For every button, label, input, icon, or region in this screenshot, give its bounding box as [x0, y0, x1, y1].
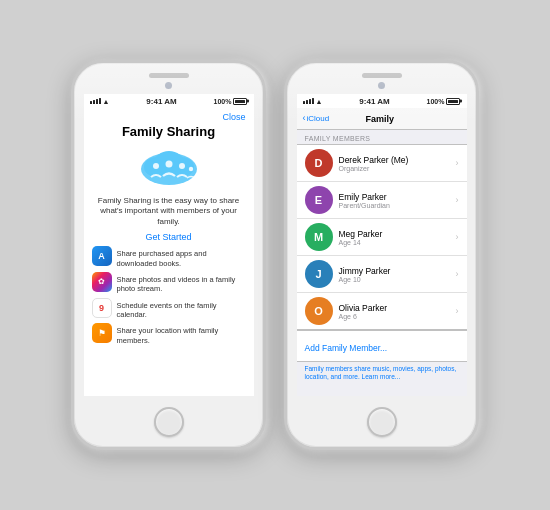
feature-item-location: ⚑ Share your location with family member… [92, 323, 246, 345]
learn-more-link[interactable]: Learn more... [362, 373, 401, 380]
chevron-right-icon-olivia: › [456, 306, 459, 316]
status-left: ▲ [90, 98, 110, 105]
status-bar-right: ▲ 9:41 AM 100% [297, 94, 467, 108]
camera-right [378, 82, 385, 89]
avatar-derek: D [305, 149, 333, 177]
speaker-right [362, 73, 402, 78]
member-info-meg: Meg Parker Age 14 [339, 229, 456, 246]
member-name-derek: Derek Parker (Me) [339, 155, 456, 165]
intro-description: Family Sharing is the easy way to share … [84, 196, 254, 227]
intro-screen: Close Family Sharing [84, 108, 254, 396]
svg-point-4 [153, 163, 159, 169]
battery-icon-left [233, 98, 247, 105]
status-right-left: 100% [214, 98, 248, 105]
member-row-meg[interactable]: M Meg Parker Age 14 › [297, 219, 467, 256]
svg-point-7 [188, 167, 192, 171]
avatar-placeholder-emily: E [305, 186, 333, 214]
feature-item-apps: A Share purchased apps and downloaded bo… [92, 246, 246, 268]
chevron-left-icon: ‹ [303, 114, 306, 123]
phone-bottom-right [287, 401, 476, 447]
phone-top-left [74, 63, 263, 89]
status-right-right: 100% [427, 98, 461, 105]
close-button[interactable]: Close [222, 112, 245, 122]
member-row-olivia[interactable]: O Olivia Parker Age 6 › [297, 293, 467, 329]
chevron-right-icon-derek: › [456, 158, 459, 168]
avatar-meg: M [305, 223, 333, 251]
payment-header: SHARED PAYMENT METHOD [297, 391, 467, 396]
right-phone: ▲ 9:41 AM 100% ‹ iCloud Family [284, 60, 479, 450]
feature-item-calendar: 9 Schedule events on the family calendar… [92, 298, 246, 320]
sharing-note: Family members share music, movies, apps… [297, 362, 467, 387]
member-info-emily: Emily Parker Parent/Guardian [339, 192, 456, 209]
calendar-icon: 9 [92, 298, 112, 318]
home-button-right[interactable] [367, 407, 397, 437]
left-screen: ▲ 9:41 AM 100% Close Family Sharing [84, 94, 254, 396]
get-started-link[interactable]: Get Started [84, 227, 254, 246]
home-button-left[interactable] [154, 407, 184, 437]
svg-point-5 [165, 161, 172, 168]
avatar-placeholder-derek: D [305, 149, 333, 177]
member-name-olivia: Olivia Parker [339, 303, 456, 313]
add-member-label[interactable]: Add Family Member... [305, 343, 388, 353]
member-role-jimmy: Age 10 [339, 276, 456, 283]
status-left-right: ▲ [303, 98, 323, 105]
chevron-right-icon-emily: › [456, 195, 459, 205]
status-bar-left: ▲ 9:41 AM 100% [84, 94, 254, 108]
battery-fill-right [448, 100, 458, 103]
nav-title: Family [366, 114, 395, 124]
battery-label-right: 100% [427, 98, 445, 105]
member-role-derek: Organizer [339, 165, 456, 172]
left-phone: ▲ 9:41 AM 100% Close Family Sharing [71, 60, 266, 450]
family-members-list: D Derek Parker (Me) Organizer › E [297, 144, 467, 330]
member-info-olivia: Olivia Parker Age 6 [339, 303, 456, 320]
family-members-header: FAMILY MEMBERS [297, 130, 467, 144]
avatar-olivia: O [305, 297, 333, 325]
avatar-placeholder-meg: M [305, 223, 333, 251]
speaker-left [149, 73, 189, 78]
member-row-emily[interactable]: E Emily Parker Parent/Guardian › [297, 182, 467, 219]
battery-fill-left [235, 100, 245, 103]
add-member-row[interactable]: Add Family Member... [297, 330, 467, 362]
right-screen: ▲ 9:41 AM 100% ‹ iCloud Family [297, 94, 467, 396]
member-info-jimmy: Jimmy Parker Age 10 [339, 266, 456, 283]
feature-item-photos: ✿ Share photos and videos in a family ph… [92, 272, 246, 294]
avatar-jimmy: J [305, 260, 333, 288]
feature-text-photos: Share photos and videos in a family phot… [117, 272, 246, 294]
phone-bottom-left [74, 401, 263, 447]
nav-bar: ‹ iCloud Family [297, 108, 467, 130]
member-role-olivia: Age 6 [339, 313, 456, 320]
intro-header: Close [84, 108, 254, 122]
member-role-emily: Parent/Guardian [339, 202, 456, 209]
signal-icon-right [303, 98, 314, 104]
battery-label-left: 100% [214, 98, 232, 105]
chevron-right-icon-meg: › [456, 232, 459, 242]
wifi-icon: ▲ [103, 98, 110, 105]
avatar-placeholder-olivia: O [305, 297, 333, 325]
back-label: iCloud [307, 114, 330, 123]
member-name-meg: Meg Parker [339, 229, 456, 239]
app-store-icon: A [92, 246, 112, 266]
member-name-emily: Emily Parker [339, 192, 456, 202]
payment-section: SHARED PAYMENT METHOD AMEX Amex Provided… [297, 391, 467, 396]
wifi-icon-right: ▲ [316, 98, 323, 105]
feature-text-calendar: Schedule events on the family calendar. [117, 298, 246, 320]
time-right: 9:41 AM [359, 97, 389, 106]
family-sharing-icon [84, 141, 254, 196]
member-role-meg: Age 14 [339, 239, 456, 246]
svg-point-6 [179, 163, 185, 169]
location-icon: ⚑ [92, 323, 112, 343]
member-row-jimmy[interactable]: J Jimmy Parker Age 10 › [297, 256, 467, 293]
phones-container: ▲ 9:41 AM 100% Close Family Sharing [61, 50, 489, 460]
photos-icon: ✿ [92, 272, 112, 292]
camera-left [165, 82, 172, 89]
time-left: 9:41 AM [146, 97, 176, 106]
signal-icon [90, 98, 101, 104]
intro-title: Family Sharing [84, 122, 254, 141]
back-button[interactable]: ‹ iCloud [303, 114, 330, 123]
battery-icon-right [446, 98, 460, 105]
member-name-jimmy: Jimmy Parker [339, 266, 456, 276]
feature-list: A Share purchased apps and downloaded bo… [84, 246, 254, 345]
member-info-derek: Derek Parker (Me) Organizer [339, 155, 456, 172]
member-row-derek[interactable]: D Derek Parker (Me) Organizer › [297, 145, 467, 182]
chevron-right-icon-jimmy: › [456, 269, 459, 279]
